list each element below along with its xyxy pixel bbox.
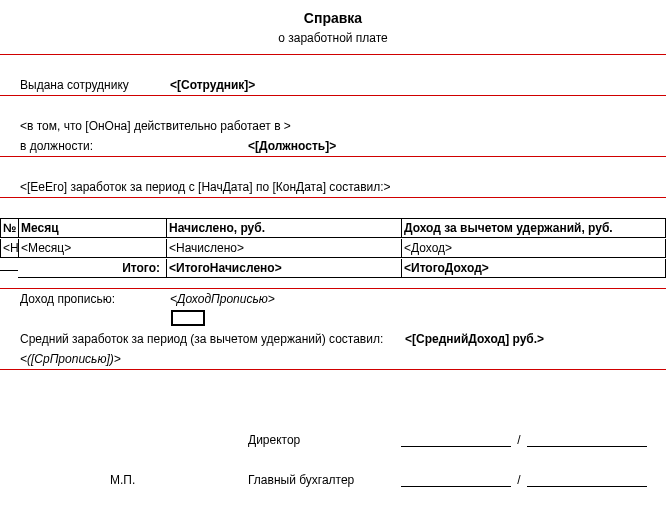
table-row: <Ном <Месяц> <Начислено> <Доход> — [0, 238, 666, 258]
accountant-sign-line — [401, 474, 511, 487]
issued-to-value: <[Сотрудник]> — [168, 76, 257, 94]
td-income: <Доход> — [401, 239, 666, 258]
td-num: <Ном — [0, 239, 18, 258]
avg-earnings-value: <[СреднийДоход] руб.> — [403, 330, 546, 348]
position-label: в должности: — [18, 137, 246, 155]
doc-subtitle: о заработной плате — [2, 31, 664, 45]
works-line: <в том, что [ОнОна] действительно работа… — [18, 117, 293, 135]
total-accrued: <ИтогоНачислено> — [166, 259, 401, 278]
total-income: <ИтогоДоход> — [401, 259, 666, 278]
cell-cursor — [171, 310, 205, 326]
th-income: Доход за вычетом удержаний, руб. — [401, 218, 666, 238]
accountant-label: Главный бухгалтер — [246, 471, 401, 489]
doc-title: Справка — [2, 10, 664, 26]
avg-earnings-words: <([СрПрописью])> — [18, 350, 123, 368]
table-header-row: № Месяц Начислено, руб. Доход за вычетом… — [0, 218, 666, 238]
td-accrued: <Начислено> — [166, 239, 401, 258]
position-value: <[Должность]> — [246, 137, 338, 155]
director-sign-line — [401, 434, 511, 447]
mp-label: М.П. — [108, 471, 246, 489]
document-sheet: Справка о заработной плате Выдана сотруд… — [0, 0, 666, 505]
earnings-period-line: <[ЕеЕго] заработок за период с [НачДата]… — [18, 178, 393, 196]
slash-2: / — [511, 471, 527, 489]
avg-earnings-label: Средний заработок за период (за вычетом … — [18, 330, 403, 348]
income-words-label: Доход прописью: — [18, 290, 168, 308]
table-total-row: Итого: <ИтогоНачислено> <ИтогоДоход> — [0, 258, 666, 278]
th-month: Месяц — [18, 218, 166, 238]
slash: / — [511, 431, 527, 449]
td-month: <Месяц> — [18, 239, 166, 258]
accountant-name-line — [527, 474, 647, 487]
director-name-line — [527, 434, 647, 447]
director-label: Директор — [246, 431, 401, 449]
th-num: № — [0, 218, 18, 238]
issued-to-label: Выдана сотруднику — [18, 76, 168, 94]
th-accrued: Начислено, руб. — [166, 218, 401, 238]
total-label: Итого: — [18, 259, 166, 278]
income-words-value: <ДоходПрописью> — [168, 290, 277, 308]
